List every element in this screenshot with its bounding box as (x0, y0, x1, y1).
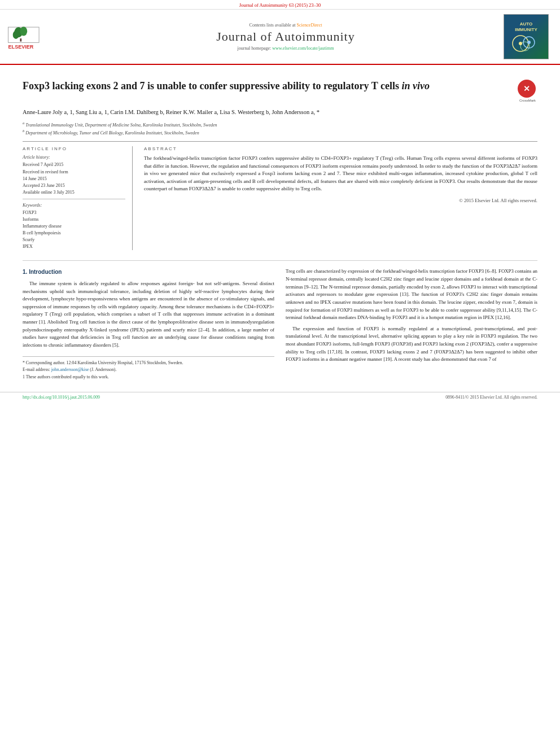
left-body-column: 1. Introduction The immune system is del… (23, 268, 274, 382)
footnote-area: * Corresponding author. 12:04 Karolinska… (23, 356, 274, 381)
history-item-0: Received 7 April 2015 (23, 161, 125, 168)
info-divider (23, 199, 125, 199)
article-columns: ARTICLE INFO Article history: Received 7… (23, 141, 537, 250)
paper-title: Foxp3 lacking exons 2 and 7 is unable to… (23, 80, 512, 93)
footnote-equal-contribution: 1 These authors contributed equally to t… (23, 374, 274, 381)
journal-homepage: journal homepage: www.elsevier.com/locat… (68, 46, 504, 51)
svg-rect-4 (20, 38, 21, 41)
keyword-5: IPEX (23, 243, 125, 250)
paper-title-text: Foxp3 lacking exons 2 and 7 is unable to… (23, 80, 512, 96)
footnote-corresponding: * Corresponding author. 12:04 Karolinska… (23, 360, 274, 366)
svg-point-9 (519, 42, 522, 45)
keyword-0: FOXP3 (23, 209, 125, 216)
keyword-4: Scurfy (23, 237, 125, 243)
crossmark-label: CrossMark (518, 99, 537, 102)
article-info-label: ARTICLE INFO (23, 146, 125, 151)
journal-center: Contents lists available at ScienceDirec… (68, 23, 504, 51)
keywords-label: Keywords: (23, 203, 125, 208)
contents-line: Contents lists available at ScienceDirec… (68, 23, 504, 28)
keywords-section: Keywords: FOXP3 Isoforms Inflammatory di… (23, 203, 125, 250)
cover-thumbnail: AUTOIMMUNITY (504, 14, 549, 59)
history-item-1: Received in revised form (23, 169, 125, 175)
authors-line: Anne-Laure Joly a, 1, Sang Liu a, 1, Car… (23, 108, 537, 117)
abstract-label: ABSTRACT (144, 146, 537, 151)
elsevier-logo: ELSEVIER (6, 22, 68, 51)
article-info-column: ARTICLE INFO Article history: Received 7… (23, 146, 133, 250)
svg-text:ELSEVIER: ELSEVIER (8, 44, 34, 50)
journal-title: Journal of Autoimmunity (68, 29, 504, 44)
journal-cover-image: AUTOIMMUNITY (504, 14, 554, 59)
abstract-column: ABSTRACT The forkhead/winged-helix trans… (144, 146, 537, 250)
crossmark-logo: ✕ CrossMark (518, 80, 537, 102)
right-body-column: Treg cells are characterized by expressi… (286, 268, 537, 382)
body-columns: 1. Introduction The immune system is del… (23, 260, 537, 382)
affiliations: a Translational Immunology Unit, Departm… (23, 120, 537, 136)
footnote-email: E-mail address: john.andersson@kise (J. … (23, 367, 274, 373)
journal-header: ELSEVIER Contents lists available at Sci… (0, 10, 560, 65)
keyword-3: B cell lymphopoiesis (23, 230, 125, 237)
right-paragraph-1: Treg cells are characterized by expressi… (286, 268, 537, 321)
svg-point-10 (527, 41, 531, 44)
journal-homepage-link[interactable]: www.elsevier.com/locate/jautimm (272, 46, 334, 51)
journal-citation-bar: Journal of Autoimmunity 63 (2015) 23–30 (0, 0, 560, 10)
keyword-1: Isoforms (23, 216, 125, 223)
svg-point-3 (13, 30, 19, 39)
affiliation-b: b Department of Microbiology, Tumor and … (23, 128, 537, 136)
history-item-2: 14 June 2015 (23, 176, 125, 182)
crossmark-icon: ✕ (518, 80, 536, 98)
journal-citation-text: Journal of Autoimmunity 63 (2015) 23–30 (239, 2, 321, 8)
footnote-email-link[interactable]: john.andersson@kise (51, 367, 89, 372)
history-item-4: Available online 3 July 2015 (23, 189, 125, 195)
cover-title: AUTOIMMUNITY (515, 21, 537, 32)
copyright-line: © 2015 Elsevier Ltd. All rights reserved… (144, 198, 537, 203)
right-paragraph-2: The expression and function of FOXP3 is … (286, 325, 537, 364)
introduction-heading: 1. Introduction (23, 268, 274, 277)
svg-point-2 (20, 27, 27, 36)
keyword-2: Inflammatory disease (23, 223, 125, 230)
abstract-text: The forkhead/winged-helix transcription … (144, 155, 537, 193)
footer-issn: 0896-8411/© 2015 Elsevier Ltd. All right… (445, 395, 537, 400)
paper-title-section: Foxp3 lacking exons 2 and 7 is unable to… (23, 80, 537, 102)
history-item-3: Accepted 23 June 2015 (23, 182, 125, 189)
sciencedirect-link[interactable]: ScienceDirect (297, 23, 322, 28)
article-history-title: Article history: (23, 155, 125, 160)
page-footer: http://dx.doi.org/10.1016/j.jaut.2015.06… (0, 392, 560, 402)
doi-link[interactable]: http://dx.doi.org/10.1016/j.jaut.2015.06… (23, 395, 100, 400)
intro-paragraph-1: The immune system is delicately regulate… (23, 280, 274, 350)
main-content: Foxp3 lacking exons 2 and 7 is unable to… (0, 65, 560, 387)
affiliation-a: a Translational Immunology Unit, Departm… (23, 120, 537, 128)
